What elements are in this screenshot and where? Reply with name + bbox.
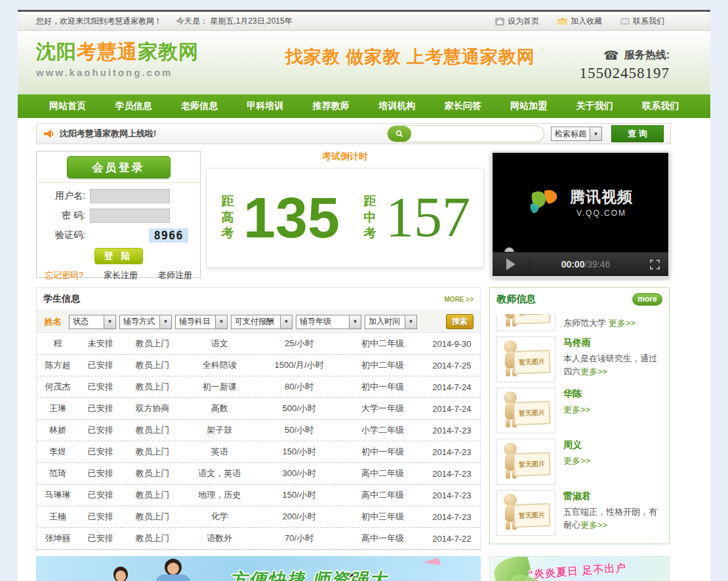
login-button[interactable]: 登 陆 [94, 248, 143, 264]
table-row[interactable]: 马琳琳已安排教员上门地理，历史150/小时高中二年级2014-7-23 [37, 485, 480, 506]
main-content: 沈阳考慧通家教网上线啦! 检索标题 ▼ 查 询 会员登录 [18, 118, 710, 581]
table-cell: 2014-7-23 [424, 463, 480, 485]
nav-item[interactable]: 甲科培训 [247, 100, 283, 112]
filter-select-method[interactable]: 辅导方式▼ [119, 315, 172, 329]
teacher-more-link[interactable]: 更多>> [580, 520, 607, 530]
search-input[interactable] [411, 128, 544, 140]
teacher-name: 雷淑君 [563, 491, 662, 502]
table-cell: 高中一年级 [342, 528, 423, 550]
parent-register-link[interactable]: 家长注册 [104, 270, 138, 281]
search-type-select[interactable]: 检索标题 ▼ [551, 127, 602, 141]
table-cell: 2014-7-24 [424, 398, 480, 420]
chevron-down-icon: ▼ [405, 315, 416, 329]
paper-plane-icon [422, 557, 441, 570]
teacher-item[interactable]: 暂无图片华陈更多>> [496, 388, 662, 433]
nav-item[interactable]: 联系我们 [642, 100, 679, 112]
table-cell: 高中二年级 [342, 463, 423, 485]
username-field[interactable] [90, 189, 170, 203]
add-favorite-link[interactable]: 加入收藏 [557, 16, 602, 27]
table-row[interactable]: 陈方超已安排教员上门全科陪读1500/月/小时初中二年级2014-7-25 [37, 355, 480, 376]
table-cell: 2014-7-25 [424, 355, 480, 376]
filter-select-pay[interactable]: 可支付报酬▼ [231, 315, 293, 329]
table-row[interactable]: 何茂杰已安排教员上门初一新课80/小时初中一年级2014-7-24 [37, 376, 480, 398]
teacher-more-link[interactable]: 更多>> [563, 405, 590, 414]
nav-item[interactable]: 学员信息 [115, 100, 152, 112]
contact-us-link[interactable]: 联系我们 [620, 16, 664, 27]
filter-select-subject[interactable]: 辅导科目▼ [175, 315, 228, 329]
search-icon[interactable] [388, 126, 411, 142]
banner-right-line1: “炎炎夏日 足不出户 [527, 561, 627, 581]
member-login-button[interactable]: 会员登录 [67, 156, 171, 178]
table-cell: 初一新课 [183, 376, 256, 398]
teacher-more-link[interactable]: 更多>> [563, 456, 590, 466]
table-cell: 已安排 [79, 376, 122, 398]
table-row[interactable]: 程未安排教员上门语文25/小时初中二年级2014-9-30 [37, 333, 480, 355]
login-header: 会员登录 [37, 151, 200, 183]
exam-countdown: 考试倒计时 距高考 135 距中考 157 [206, 151, 484, 278]
set-homepage-link[interactable]: 设为首页 [495, 16, 539, 27]
filter-select-status[interactable]: 状态▼ [69, 315, 116, 329]
promo-banner-left[interactable]: 方便快捷 师资强大 [36, 556, 481, 581]
nav-item[interactable]: 老师信息 [181, 100, 218, 112]
table-cell: 已安排 [79, 506, 122, 528]
password-field[interactable] [90, 209, 170, 223]
teacher-register-link[interactable]: 老师注册 [158, 270, 192, 281]
site-logo[interactable]: 沈阳考慧通家教网 www.kaohuitong.com [36, 39, 199, 78]
teacher-item[interactable]: 暂无图片东师范大学 更多>> [496, 310, 662, 331]
mail-icon [620, 18, 630, 25]
table-row[interactable]: 王楠已安排教员上门化学200/小时初中三年级2014-7-23 [37, 506, 480, 528]
table-cell: 语文，英语 [183, 463, 256, 485]
tencent-logo-icon [528, 187, 563, 217]
teacher-item[interactable]: 暂无图片周义更多>> [496, 439, 662, 485]
nav-item[interactable]: 家长问答 [445, 100, 481, 112]
students-table: 程未安排教员上门语文25/小时初中二年级2014-9-30陈方超已安排教员上门全… [37, 333, 480, 550]
chevron-down-icon: ▼ [590, 127, 601, 140]
table-cell: 150/小时 [256, 485, 342, 506]
play-button[interactable] [493, 258, 530, 270]
filter-select-grade[interactable]: 辅导年级▼ [296, 315, 361, 329]
table-row[interactable]: 林娇已安排教员上门架子鼓50/小时小学二年级2014-7-23 [37, 420, 480, 441]
students-more-link[interactable]: MORE >> [445, 296, 474, 303]
table-row[interactable]: 李煜已安排教员上门英语150/小时初中一年级2014-7-23 [37, 441, 480, 463]
chevron-down-icon: ▼ [349, 315, 361, 329]
no-image-label: 暂无图片 [519, 408, 545, 418]
forgot-password-link[interactable]: 忘记密码? [45, 270, 83, 281]
students-filter-bar: 姓名 状态▼ 辅导方式▼ 辅导科目▼ 可支付报酬▼ 辅导年级▼ 加入时间▼ 搜索 [37, 310, 480, 333]
captcha-image[interactable]: 8966 [149, 228, 188, 243]
gaokao-label: 距高考 [220, 193, 235, 242]
table-row[interactable]: 王琳已安排双方协商高数500/小时大学一年级2014-7-24 [37, 398, 480, 420]
teacher-item[interactable]: 暂无图片雷淑君五官端正，性格开朗，有耐心更多>> [496, 490, 662, 536]
fullscreen-icon [649, 259, 660, 270]
video-player[interactable]: 腾讯视频 V.QQ.COM 00:00/39:46 [491, 151, 670, 278]
nav-item[interactable]: 关于我们 [576, 100, 613, 112]
chevron-down-icon: ▼ [280, 315, 292, 329]
video-screen: 腾讯视频 V.QQ.COM [493, 153, 668, 251]
table-cell: 500/小时 [256, 398, 342, 420]
teacher-more-link[interactable]: 更多>> [609, 318, 636, 328]
search-button[interactable]: 搜索 [446, 314, 474, 329]
teachers-title: 教师信息 [496, 293, 536, 306]
logo-text: 沈阳考慧通家教网 [36, 39, 199, 66]
promo-banner-right[interactable]: “炎炎夏日 足不出户 把好老师请回家” [489, 556, 670, 581]
login-links: 忘记密码? 家长注册 老师注册 [37, 264, 200, 281]
table-cell: 初中三年级 [342, 506, 423, 528]
nav-item[interactable]: 推荐教师 [313, 100, 350, 112]
nav-item[interactable]: 网站加盟 [510, 100, 547, 112]
teacher-more-link[interactable]: 更多>> [580, 367, 607, 376]
megaphone-icon [43, 129, 54, 139]
teachers-more-button[interactable]: more [632, 293, 662, 306]
teacher-item[interactable]: 暂无图片马佟雨本人是在读研究生，通过四六更多>> [496, 336, 662, 382]
chevron-down-icon: ▼ [215, 315, 227, 329]
teacher-photo-placeholder: 暂无图片 [496, 336, 556, 382]
table-cell: 200/小时 [256, 506, 342, 528]
table-cell: 化学 [183, 506, 256, 528]
query-button[interactable]: 查 询 [611, 125, 664, 142]
fullscreen-button[interactable] [649, 259, 660, 270]
filter-select-join-time[interactable]: 加入时间▼ [365, 315, 417, 329]
table-row[interactable]: 张坤丽已安排教员上门语数外70/小时高中一年级2014-7-22 [37, 528, 480, 550]
nav-item[interactable]: 网站首页 [49, 100, 86, 112]
table-cell: 2014-7-23 [424, 506, 480, 528]
teacher-desc: 五官端正，性格开朗，有耐心 [563, 507, 657, 530]
table-row[interactable]: 范琦已安排教员上门语文，英语300/小时高中二年级2014-7-23 [37, 463, 480, 485]
nav-item[interactable]: 培训机构 [378, 100, 415, 112]
